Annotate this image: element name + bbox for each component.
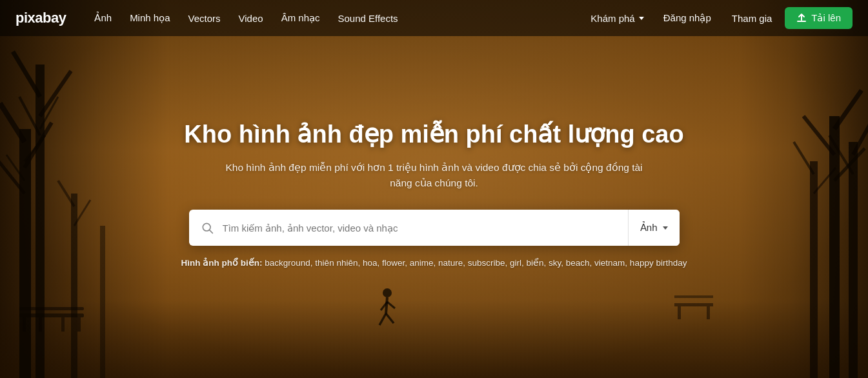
upload-label: Tải lên — [811, 12, 841, 24]
search-input[interactable] — [223, 210, 628, 246]
upload-icon — [796, 13, 807, 23]
nav-link-anh[interactable]: Ảnh — [86, 8, 119, 28]
hero-subtitle: Kho hình ảnh đẹp miễn phí với hơn 1 triệ… — [215, 160, 654, 192]
explore-label: Khám phá — [590, 13, 634, 24]
nav-link-video[interactable]: Video — [231, 9, 271, 28]
popular-tags: Hình ảnh phổ biến: background, thiên nhi… — [181, 256, 687, 271]
nav-links: Ảnh Minh họa Vectors Video Âm nhạc Sound… — [86, 8, 584, 28]
svg-line-42 — [209, 230, 212, 234]
logo[interactable]: pixabay — [15, 10, 66, 26]
chevron-down-icon — [639, 17, 644, 20]
search-type-label: Ảnh — [640, 222, 658, 234]
hero-content: Kho hình ảnh đẹp miễn phí chất lượng cao… — [0, 0, 868, 378]
hero-section: pixabay Ảnh Minh họa Vectors Video Âm nh… — [0, 0, 868, 378]
login-button[interactable]: Đăng nhập — [656, 8, 719, 28]
join-button[interactable]: Tham gia — [724, 9, 780, 28]
nav-link-sound-effects[interactable]: Sound Effects — [330, 9, 405, 28]
nav-link-minh-hoa[interactable]: Minh họa — [122, 8, 177, 28]
explore-button[interactable]: Khám phá — [584, 9, 650, 28]
upload-button[interactable]: Tải lên — [785, 7, 853, 29]
popular-label: Hình ảnh phổ biến: — [181, 258, 263, 268]
search-type-chevron-icon — [663, 226, 668, 230]
hero-title: Kho hình ảnh đẹp miễn phí chất lượng cao — [184, 120, 683, 150]
search-type-button[interactable]: Ảnh — [628, 210, 680, 246]
nav-link-vectors[interactable]: Vectors — [181, 9, 228, 28]
search-bar: Ảnh — [189, 210, 680, 246]
search-container: Ảnh — [189, 210, 680, 246]
search-icon — [201, 221, 214, 234]
navbar: pixabay Ảnh Minh họa Vectors Video Âm nh… — [0, 0, 868, 36]
nav-right: Khám phá Đăng nhập Tham gia Tải lên — [584, 7, 853, 29]
popular-tags-list: background, thiên nhiên, hoa, flower, an… — [265, 258, 687, 268]
nav-link-am-nhac[interactable]: Âm nhạc — [274, 8, 328, 28]
search-icon-wrap — [189, 221, 223, 234]
